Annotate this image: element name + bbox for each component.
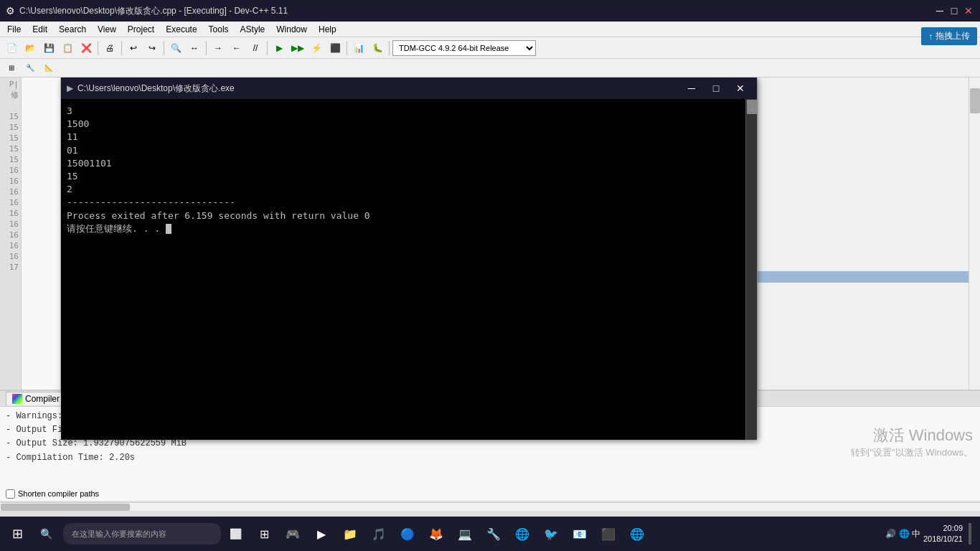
- compiler-horizontal-scrollbar[interactable]: [0, 502, 980, 511]
- menu-edit[interactable]: Edit: [27, 22, 53, 37]
- compiler-tab-icon: [12, 394, 22, 404]
- taskbar-app-3[interactable]: ▶: [307, 519, 336, 548]
- run-button[interactable]: ▶▶: [289, 39, 306, 57]
- class-browser-button[interactable]: ⊞: [3, 60, 20, 77]
- shorten-paths-text: Shorten compiler paths: [18, 489, 99, 498]
- app-icon: ⚙: [6, 5, 15, 17]
- debug-button[interactable]: 🐛: [369, 39, 386, 57]
- show-desktop-button[interactable]: [969, 523, 971, 545]
- clock-time: 20:09: [923, 523, 963, 534]
- toolbar-sep-7: [389, 41, 390, 55]
- taskbar-devcpp[interactable]: 🔧: [479, 519, 508, 548]
- main-window: ⚙ C:\Users\lenovo\Desktop\修改版贪心.cpp - [E…: [0, 0, 980, 517]
- exec-output-content[interactable]: 3 1500 11 01 15001101 15 2 -------------…: [61, 99, 757, 440]
- taskbar-app-4[interactable]: 📁: [336, 519, 364, 548]
- main-toolbar: 📄 📂 💾 📋 ❌ 🖨 ↩ ↪ 🔍 ↔ → ← // ▶ ▶▶ ⚡ ⬛ 📊 🐛: [0, 37, 980, 59]
- exec-window-icon: ▶: [67, 83, 73, 93]
- compiler-output-line-4: - Compilation Time: 2.20s: [6, 451, 974, 465]
- indent-button[interactable]: →: [209, 39, 227, 57]
- redo-button[interactable]: ↪: [143, 39, 161, 57]
- exec-scrollbar-thumb: [747, 100, 757, 114]
- stop-button[interactable]: ⬛: [326, 39, 344, 57]
- search-button[interactable]: 🔍: [32, 519, 60, 548]
- editor-left-panel: P| 修 15 15 15 15 15 16 16 16 16 16 16 16…: [0, 77, 61, 405]
- taskbar-app-9[interactable]: 🌐: [508, 519, 537, 548]
- exec-vertical-scrollbar[interactable]: [745, 99, 757, 440]
- taskbar-app-6[interactable]: 🔵: [393, 519, 422, 548]
- toolbar-sep-4: [206, 41, 207, 55]
- tray-icons: 🔊 🌐 中: [885, 528, 920, 540]
- line-number-gutter: P| 修 15 15 15 15 15 16 16 16 16 16 16 16…: [0, 77, 22, 405]
- exec-controls: ─ □ ✕: [681, 81, 751, 95]
- close-button[interactable]: ✕: [963, 5, 974, 17]
- task-view-button[interactable]: ⬜: [221, 519, 250, 548]
- exec-minimize-button[interactable]: ─: [681, 81, 702, 95]
- compiler-actions-row: Shorten compiler paths: [0, 485, 980, 502]
- toolbar-sep-6: [347, 41, 347, 55]
- menu-project[interactable]: Project: [122, 22, 160, 37]
- taskbar-app-13[interactable]: 🌐: [623, 519, 651, 548]
- toolbar-sep-1: [98, 41, 98, 55]
- unindent-button[interactable]: ←: [228, 39, 245, 57]
- compile-run-button[interactable]: ⚡: [308, 39, 325, 57]
- menu-execute[interactable]: Execute: [160, 22, 202, 37]
- editor-selection-highlight: [758, 271, 969, 283]
- shorten-paths-checkbox[interactable]: [6, 489, 15, 499]
- taskbar-app-12[interactable]: ⬛: [594, 519, 623, 548]
- close-file-button[interactable]: ❌: [77, 39, 95, 57]
- window-title: C:\Users\lenovo\Desktop\修改版贪心.cpp - [Exe…: [19, 5, 288, 17]
- menu-search[interactable]: Search: [53, 22, 92, 37]
- main-vertical-scrollbar[interactable]: [969, 77, 980, 405]
- maximize-button[interactable]: □: [948, 5, 960, 17]
- shorten-paths-label[interactable]: Shorten compiler paths: [6, 489, 99, 499]
- undo-button[interactable]: ↩: [125, 39, 142, 57]
- title-bar-left: ⚙ C:\Users\lenovo\Desktop\修改版贪心.cpp - [E…: [6, 5, 288, 17]
- toolbar-sep-3: [164, 41, 164, 55]
- exec-output-text: 3 1500 11 01 15001101 15 2 -------------…: [67, 105, 751, 235]
- exec-title-left: ▶ C:\Users\lenovo\Desktop\修改版贪心.exe: [67, 83, 235, 95]
- title-bar: ⚙ C:\Users\lenovo\Desktop\修改版贪心.cpp - [E…: [0, 0, 980, 22]
- taskbar-app-5[interactable]: 🎵: [364, 519, 393, 548]
- upload-button[interactable]: ↑ 拖拽上传: [921, 27, 977, 45]
- replace-button[interactable]: ↔: [186, 39, 203, 57]
- minimize-button[interactable]: ─: [934, 5, 946, 17]
- menu-tools[interactable]: Tools: [203, 22, 235, 37]
- clock-display[interactable]: 20:09 2018/10/21: [923, 523, 963, 545]
- find-button[interactable]: 🔍: [167, 39, 184, 57]
- exec-close-button[interactable]: ✕: [730, 81, 751, 95]
- exec-window-title: C:\Users\lenovo\Desktop\修改版贪心.exe: [77, 83, 235, 95]
- taskbar-search-text: 在这里输入你要搜索的内容: [72, 529, 166, 540]
- taskbar-app-8[interactable]: 💻: [451, 519, 479, 548]
- cursor: [166, 224, 171, 234]
- menu-astyle[interactable]: AStyle: [235, 22, 271, 37]
- upload-icon: ↑: [928, 32, 933, 42]
- right-panel: [757, 77, 980, 405]
- menu-window[interactable]: Window: [270, 22, 313, 37]
- open-file-button[interactable]: 📂: [22, 39, 39, 57]
- print-button[interactable]: 🖨: [101, 39, 118, 57]
- save-all-button[interactable]: 📋: [59, 39, 76, 57]
- debug-toggle-button[interactable]: 🔧: [22, 60, 39, 77]
- compile-button[interactable]: ▶: [270, 39, 288, 57]
- execution-window: ▶ C:\Users\lenovo\Desktop\修改版贪心.exe ─ □ …: [61, 77, 757, 440]
- compiler-tab-item[interactable]: Compiler: [6, 392, 66, 405]
- taskbar-app-7[interactable]: 🦊: [422, 519, 451, 548]
- taskbar-app-2[interactable]: 🎮: [278, 519, 307, 548]
- menu-help[interactable]: Help: [313, 22, 342, 37]
- menu-view[interactable]: View: [92, 22, 122, 37]
- taskbar-search[interactable]: 在这里输入你要搜索的内容: [63, 523, 221, 545]
- compiler-select[interactable]: TDM-GCC 4.9.2 64-bit Release: [392, 40, 536, 56]
- start-button[interactable]: ⊞: [3, 519, 32, 548]
- secondary-toolbar: ⊞ 🔧 📐: [0, 59, 980, 77]
- exec-maximize-button[interactable]: □: [705, 81, 727, 95]
- taskbar-app-10[interactable]: 🐦: [537, 519, 565, 548]
- profile-button[interactable]: 📊: [350, 39, 367, 57]
- save-file-button[interactable]: 💾: [40, 39, 57, 57]
- new-file-button[interactable]: 📄: [3, 39, 20, 57]
- taskbar-app-11[interactable]: 📧: [565, 519, 594, 548]
- toggle-comment-button[interactable]: //: [247, 39, 264, 57]
- taskbar-app-store[interactable]: ⊞: [250, 519, 278, 548]
- layout-toggle-button[interactable]: 📐: [40, 60, 57, 77]
- menu-file[interactable]: File: [1, 22, 27, 37]
- content-area: P| 修 15 15 15 15 15 16 16 16 16 16 16 16…: [0, 77, 980, 517]
